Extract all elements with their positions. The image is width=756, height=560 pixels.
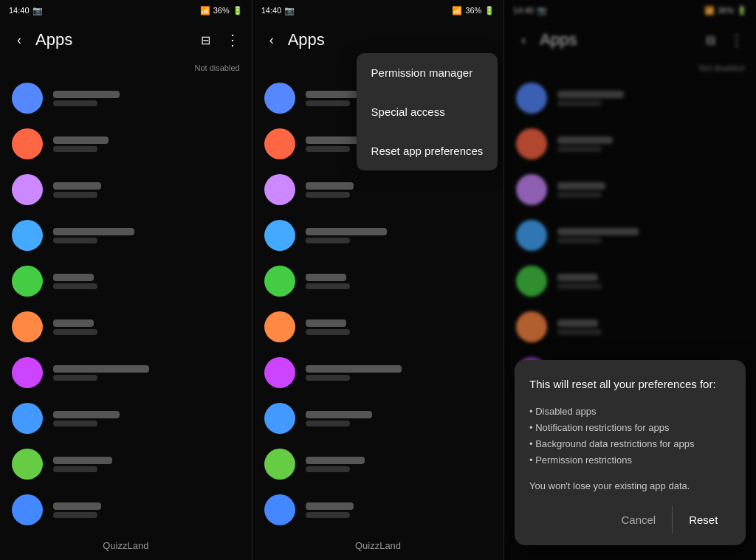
status-time-2: 14:40 📷 (261, 6, 295, 15)
app-info (53, 136, 109, 152)
reset-button[interactable]: Reset (676, 506, 731, 533)
app-name-bar (53, 91, 120, 98)
app-info (53, 228, 134, 243)
list-item[interactable] (252, 395, 504, 441)
list-item[interactable] (0, 304, 252, 350)
app-icon (264, 449, 295, 480)
app-name-bar (306, 274, 346, 281)
app-icon (264, 83, 295, 114)
list-item[interactable] (252, 212, 504, 258)
list-item[interactable] (0, 212, 252, 258)
panel-1: 14:40 📷 📶 36% 🔋 ‹ Apps ⊟ ⋮ Not disabled … (0, 0, 252, 560)
panel-3: 14:40 📷 📶 36% 🔋 ‹ Apps ⊟ ⋮ Not disabled … (504, 0, 756, 560)
app-icon (12, 403, 43, 434)
app-icon (12, 266, 43, 297)
reset-dialog: This will reset all your preferences for… (515, 360, 746, 545)
app-icon (264, 494, 295, 525)
list-item[interactable] (0, 441, 252, 487)
reset-dialog-overlay: This will reset all your preferences for… (504, 0, 756, 560)
dropdown-item-permission-manager[interactable]: Permission manager (357, 53, 498, 92)
app-info (306, 182, 354, 198)
filter-button-1[interactable]: ⊟ (193, 27, 219, 53)
list-item[interactable] (252, 441, 504, 487)
app-sub-bar (306, 329, 350, 335)
app-info (306, 457, 365, 472)
bottom-label-1: QuizzLand (0, 534, 252, 560)
app-name-bar (306, 319, 346, 327)
app-info (306, 411, 372, 426)
list-item[interactable] (0, 121, 252, 167)
list-item[interactable] (252, 167, 504, 212)
more-button-1[interactable]: ⋮ (219, 27, 246, 53)
app-icon (12, 449, 43, 480)
app-name-bar (53, 502, 101, 510)
list-item[interactable] (252, 258, 504, 304)
app-name-bar (53, 319, 94, 327)
app-info (53, 411, 120, 426)
app-sub-bar (306, 238, 350, 243)
list-item[interactable] (0, 350, 252, 395)
back-button-2[interactable]: ‹ (258, 27, 285, 53)
app-info (306, 274, 350, 289)
back-button-1[interactable]: ‹ (6, 27, 32, 53)
status-icons-1: 📶 36% 🔋 (200, 6, 243, 15)
dialog-button-divider (672, 506, 673, 533)
status-bar-2: 14:40 📷 📶 36% 🔋 (252, 0, 504, 21)
app-title-1: Apps (35, 30, 193, 49)
app-name-bar (53, 411, 120, 418)
app-icon (12, 311, 43, 342)
app-sub-bar (306, 375, 350, 381)
list-item[interactable] (0, 258, 252, 304)
dialog-bullet: • Permission restrictions (529, 452, 731, 469)
app-name-bar (53, 365, 149, 373)
app-icon (12, 174, 43, 205)
app-sub-bar (53, 466, 97, 472)
app-sub-bar (53, 283, 97, 289)
app-sub-bar (53, 421, 97, 426)
dropdown-item-special-access[interactable]: Special access (357, 92, 498, 131)
app-name-bar (306, 411, 372, 418)
app-info (306, 319, 350, 335)
app-icon (264, 403, 295, 434)
list-item[interactable] (252, 350, 504, 395)
app-sub-bar (306, 512, 350, 518)
section-label-1: Not disabled (0, 59, 252, 75)
app-icon (264, 266, 295, 297)
app-name-bar (53, 136, 109, 144)
app-icon (12, 494, 43, 525)
app-title-2: Apps (288, 30, 498, 49)
app-icon (264, 311, 295, 342)
battery-icon-1: 🔋 (233, 6, 243, 15)
dialog-bullets: • Disabled apps• Notification restrictio… (529, 404, 731, 469)
app-sub-bar (53, 512, 97, 518)
list-item[interactable] (0, 487, 252, 533)
list-item[interactable] (252, 304, 504, 350)
dialog-note: You won't lose your existing app data. (529, 480, 731, 491)
app-sub-bar (53, 100, 97, 106)
app-sub-bar (306, 192, 350, 198)
list-item[interactable] (252, 487, 504, 533)
app-name-bar (53, 274, 94, 281)
app-name-bar (53, 457, 112, 464)
dialog-bullet: • Disabled apps (529, 404, 731, 420)
app-icon (12, 128, 43, 159)
app-name-bar (306, 502, 354, 510)
app-info (306, 136, 361, 152)
dialog-bullet: • Background data restrictions for apps (529, 436, 731, 452)
list-item[interactable] (0, 75, 252, 121)
battery-icon-2: 🔋 (484, 6, 495, 15)
app-info (306, 502, 354, 518)
list-item[interactable] (0, 167, 252, 212)
dialog-buttons: Cancel Reset (529, 506, 731, 533)
app-name-bar (53, 228, 134, 235)
app-sub-bar (306, 421, 350, 426)
app-sub-bar (306, 466, 350, 472)
cancel-button[interactable]: Cancel (608, 506, 669, 533)
dropdown-item-reset-app-preferences[interactable]: Reset app preferences (357, 131, 498, 170)
app-sub-bar (53, 192, 97, 198)
app-sub-bar (306, 146, 350, 152)
list-item[interactable] (0, 395, 252, 441)
panel-2: 14:40 📷 📶 36% 🔋 ‹ Apps Not disabled Quiz… (252, 0, 504, 560)
app-icon (264, 128, 295, 159)
app-info (306, 365, 402, 381)
